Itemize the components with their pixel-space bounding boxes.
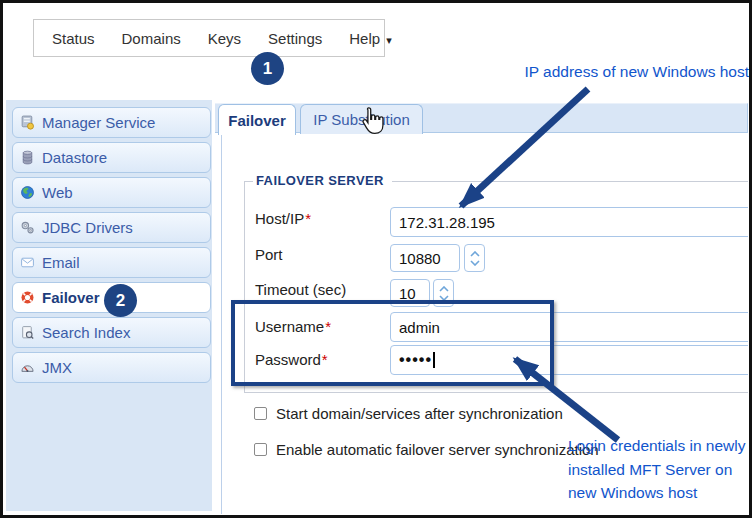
sidebar-item-jdbc-drivers[interactable]: JDBC Drivers <box>12 212 211 243</box>
chevron-up-icon <box>470 251 480 257</box>
port-label: Port <box>255 246 387 263</box>
checkbox-start-domain[interactable]: Start domain/services after synchronizat… <box>254 405 563 422</box>
text-caret <box>433 352 435 368</box>
sidebar-item-label: JMX <box>42 359 72 376</box>
sidebar-item-label: Web <box>42 184 73 201</box>
sidebar-item-label: JDBC Drivers <box>42 219 133 236</box>
envelope-icon <box>20 255 35 270</box>
tab-strip: Failover IP Substitution <box>215 103 748 133</box>
annotation-credentials-note: Login credentials in newly installed MFT… <box>568 434 752 505</box>
sidebar-item-label: Email <box>42 254 80 271</box>
gauge-icon <box>20 360 35 375</box>
username-label: Username* <box>255 318 387 335</box>
screenshot-frame: Status Domains Keys Settings Help▾ 1 IP … <box>0 0 752 518</box>
top-navigation: Status Domains Keys Settings Help▾ <box>33 19 385 57</box>
nav-keys[interactable]: Keys <box>208 30 241 47</box>
sidebar-item-label: Failover <box>42 289 100 306</box>
chevron-down-icon: ▾ <box>386 34 392 46</box>
password-label: Password* <box>255 351 387 368</box>
sidebar-item-manager-service[interactable]: Manager Service <box>12 107 211 138</box>
hand-cursor-icon <box>359 106 385 136</box>
nav-help-label: Help <box>349 30 380 47</box>
server-icon <box>20 115 35 130</box>
step-2-badge: 2 <box>104 284 137 317</box>
nav-domains[interactable]: Domains <box>122 30 181 47</box>
nav-status[interactable]: Status <box>52 30 95 47</box>
timeout-input[interactable]: 10 <box>390 279 430 307</box>
checkbox-box[interactable] <box>254 407 267 420</box>
globe-icon <box>20 185 35 200</box>
host-ip-label: Host/IP* <box>255 210 387 227</box>
checkbox-box[interactable] <box>254 443 267 456</box>
checkbox-label: Start domain/services after synchronizat… <box>276 405 563 422</box>
port-input[interactable]: 10880 <box>390 244 460 272</box>
sidebar-item-search-index[interactable]: Search Index <box>12 317 211 348</box>
sidebar-item-label: Search Index <box>42 324 130 341</box>
checkbox-label: Enable automatic failover server synchro… <box>276 441 599 458</box>
annotation-ip-note: IP address of new Windows host <box>483 63 749 81</box>
username-input[interactable]: admin <box>390 312 748 342</box>
database-icon <box>20 150 35 165</box>
password-input[interactable]: ••••• <box>390 345 748 375</box>
sidebar-item-jmx[interactable]: JMX <box>12 352 211 383</box>
timeout-label: Timeout (sec) <box>255 281 387 298</box>
checkbox-auto-sync[interactable]: Enable automatic failover server synchro… <box>254 441 599 458</box>
step-1-badge: 1 <box>251 52 284 85</box>
sidebar-item-web[interactable]: Web <box>12 177 211 208</box>
lifering-icon <box>20 290 35 305</box>
nav-settings[interactable]: Settings <box>268 30 322 47</box>
failover-server-fieldset: FAILOVER SERVER Host/IP* 172.31.28.195 P… <box>244 181 748 393</box>
port-spinner[interactable] <box>464 244 485 272</box>
sidebar-item-datastore[interactable]: Datastore <box>12 142 211 173</box>
sidebar-item-email[interactable]: Email <box>12 247 211 278</box>
sidebar-item-label: Datastore <box>42 149 107 166</box>
timeout-spinner[interactable] <box>433 279 454 307</box>
host-ip-input[interactable]: 172.31.28.195 <box>390 207 748 237</box>
chevron-down-icon <box>470 260 480 266</box>
chevron-down-icon <box>439 295 449 301</box>
sidebar-item-label: Manager Service <box>42 114 155 131</box>
chevron-up-icon <box>439 286 449 292</box>
tab-failover[interactable]: Failover <box>218 104 296 135</box>
nav-help[interactable]: Help▾ <box>349 30 391 47</box>
search-doc-icon <box>20 325 35 340</box>
fieldset-legend: FAILOVER SERVER <box>253 173 392 188</box>
gears-icon <box>20 220 35 235</box>
